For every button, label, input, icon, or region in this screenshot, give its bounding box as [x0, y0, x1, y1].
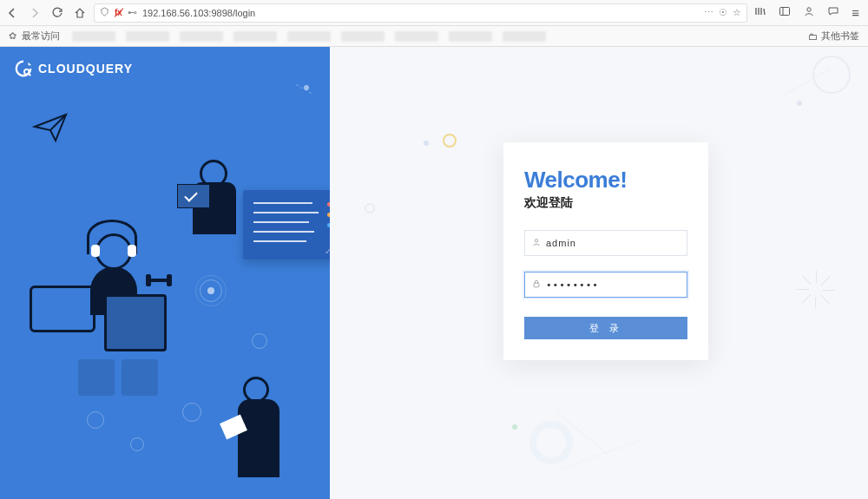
user-icon — [532, 238, 541, 248]
bookmark-star-icon[interactable]: ☆ — [733, 7, 741, 18]
illustration-tablet — [30, 286, 95, 332]
form-panel: Welcome! 欢迎登陆 登 录 — [330, 47, 868, 499]
more-actions-icon[interactable]: ⋯ — [704, 7, 713, 18]
url-bar[interactable]: fx ⊷ 192.168.56.103:9898/login ⋯ ☉ ☆ — [94, 3, 747, 23]
nav-buttons — [5, 6, 87, 20]
illustration-list-card: ✓ — [243, 190, 330, 259]
decoration-circle — [130, 437, 144, 451]
browser-toolbar: fx ⊷ 192.168.56.103:9898/login ⋯ ☉ ☆ ≡ — [0, 0, 868, 26]
decoration-circle — [200, 279, 222, 302]
brand-logo: CLOUDQUERY — [14, 59, 133, 78]
svg-line-4 — [29, 74, 31, 76]
starburst-icon — [790, 264, 842, 316]
bookmarks-label[interactable]: 最常访问 — [22, 30, 60, 43]
sidebar-icon[interactable] — [779, 5, 791, 20]
decoration-circle — [182, 403, 201, 422]
paper-plane-icon — [31, 108, 69, 146]
menu-icon[interactable]: ≡ — [852, 5, 859, 20]
login-card: Welcome! 欢迎登陆 登 录 — [503, 142, 708, 360]
lock-icon — [532, 279, 541, 290]
login-page: CLOUDQUERY ✓ — [0, 47, 868, 499]
library-icon[interactable] — [754, 5, 766, 20]
svg-point-2 — [807, 8, 811, 11]
logo-icon — [14, 59, 33, 78]
username-input[interactable] — [546, 238, 680, 248]
gear-icon[interactable]: ✿ — [9, 30, 16, 42]
decoration-circle — [252, 333, 267, 349]
brand-name: CLOUDQUERY — [38, 62, 133, 76]
decoration-square — [122, 359, 158, 396]
bookmarks-bar: ✿ 最常访问 🗀 其他书签 — [0, 26, 868, 47]
toolbar-right: ≡ — [754, 5, 863, 20]
welcome-heading: Welcome! — [524, 167, 687, 194]
forward-button[interactable] — [28, 6, 42, 20]
welcome-subtitle: 欢迎登陆 — [524, 195, 687, 211]
reload-button[interactable] — [50, 6, 64, 20]
other-bookmarks-label: 其他书签 — [821, 30, 859, 43]
insecure-icon: fx — [115, 8, 122, 17]
decoration-circle — [365, 203, 375, 213]
shield-icon — [100, 7, 109, 18]
decoration-circle — [87, 411, 104, 429]
bookmark-items-blurred — [72, 31, 546, 42]
illustration-panel: CLOUDQUERY ✓ — [0, 47, 330, 499]
password-field[interactable] — [524, 272, 687, 298]
url-text: 192.168.56.103:9898/login — [142, 8, 699, 18]
illustration-person-sitting — [200, 160, 236, 234]
password-input[interactable] — [546, 279, 680, 291]
illustration-person-standing — [243, 377, 279, 477]
decoration-dot — [512, 424, 517, 430]
illustration-dumbbell — [146, 274, 172, 286]
decoration-circle — [529, 421, 573, 464]
url-right-icons: ⋯ ☉ ☆ — [704, 7, 741, 18]
decoration-square — [78, 359, 115, 396]
lock-off-icon: ⊷ — [128, 7, 137, 18]
illustration-frame — [104, 294, 167, 351]
username-field[interactable] — [524, 230, 687, 256]
decoration-dot — [797, 101, 802, 106]
svg-rect-0 — [780, 8, 790, 16]
account-icon[interactable] — [803, 5, 815, 20]
folder-icon: 🗀 — [808, 31, 818, 42]
decoration-dot — [424, 141, 429, 146]
svg-rect-6 — [534, 283, 539, 287]
other-bookmarks[interactable]: 🗀 其他书签 — [808, 30, 859, 43]
login-button[interactable]: 登 录 — [524, 317, 687, 339]
back-button[interactable] — [5, 6, 19, 20]
reader-icon[interactable]: ☉ — [719, 7, 727, 18]
decoration-circle — [443, 134, 457, 148]
chat-icon[interactable] — [827, 5, 839, 20]
home-button[interactable] — [73, 6, 87, 20]
svg-point-5 — [535, 240, 537, 242]
